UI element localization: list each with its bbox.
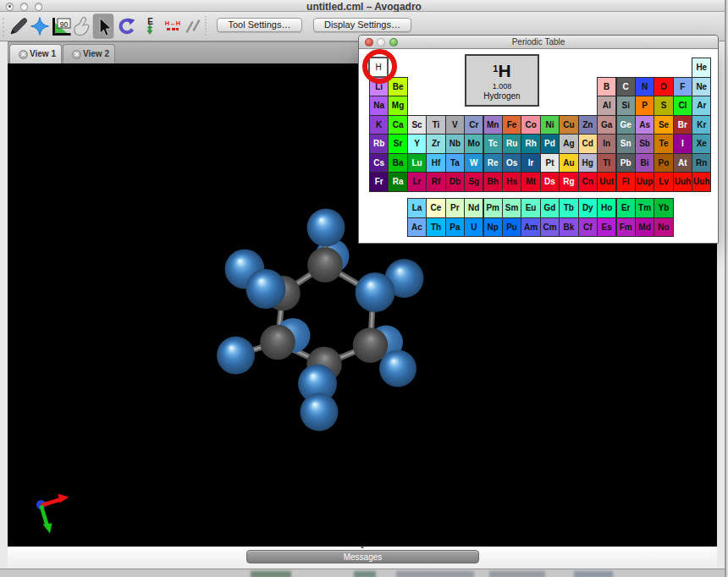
- svg-text:E: E: [147, 17, 153, 26]
- svg-text:H↔H: H↔H: [165, 19, 180, 27]
- svg-text:90: 90: [60, 20, 69, 29]
